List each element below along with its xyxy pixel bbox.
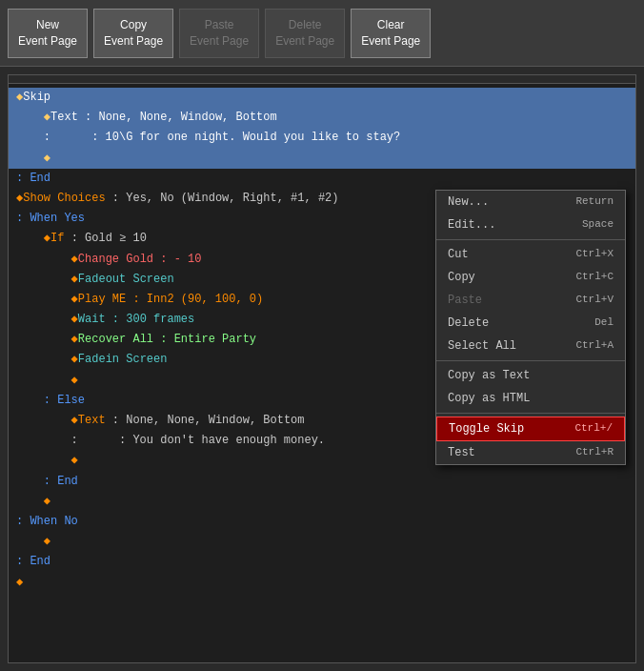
ctx-test-shortcut: Ctrl+R (575, 446, 614, 459)
content-line-2[interactable]: : : 10\G for one night. Would you like t… (9, 128, 635, 148)
ctx-copy[interactable]: CopyCtrl+C (436, 266, 625, 289)
ctx-copy-html-label: Copy as HTML (448, 392, 530, 405)
new-event-button[interactable]: New Event Page (8, 9, 88, 58)
content-line-3[interactable]: ◆ (9, 149, 635, 169)
ctx-test-label: Test (448, 446, 475, 459)
ctx-paste: PasteCtrl+V (436, 289, 625, 312)
ctx-toggle-skip[interactable]: Toggle SkipCtrl+/ (436, 417, 625, 441)
ctx-paste-shortcut: Ctrl+V (575, 294, 614, 307)
ctx-copy-text-label: Copy as Text (448, 369, 530, 382)
ctx-cut-shortcut: Ctrl+X (575, 248, 614, 261)
content-line-19[interactable]: : End (9, 472, 635, 492)
ctx-copy-text[interactable]: Copy as Text (436, 364, 625, 387)
ctx-select-all[interactable]: Select AllCtrl+A (436, 335, 625, 357)
content-line-21[interactable]: : When No (9, 512, 635, 532)
content-line-22[interactable]: ◆ (9, 532, 635, 552)
content-line-0[interactable]: ◆Skip (9, 88, 635, 108)
panel-title (9, 75, 635, 84)
ctx-toggle-skip-label: Toggle Skip (449, 422, 524, 436)
paste-event-button: Paste Event Page (179, 9, 259, 58)
toolbar: New Event PageCopy Event PagePaste Event… (0, 0, 644, 67)
ctx-paste-label: Paste (448, 294, 482, 307)
ctx-new-shortcut: Return (575, 195, 614, 209)
ctx-separator (436, 239, 625, 240)
content-line-1[interactable]: ◆Text : None, None, Window, Bottom (9, 108, 635, 128)
panel: ◆Skip ◆Text : None, None, Window, Bottom… (8, 74, 636, 663)
delete-event-button: Delete Event Page (265, 9, 345, 58)
ctx-new[interactable]: New...Return (436, 191, 625, 214)
ctx-delete-label: Delete (448, 316, 489, 330)
content-line-23[interactable]: : End (9, 552, 635, 572)
ctx-select-all-label: Select All (448, 339, 516, 353)
ctx-edit[interactable]: Edit...Space (436, 214, 625, 236)
content-line-24[interactable]: ◆ (9, 573, 635, 593)
ctx-separator (436, 360, 625, 361)
ctx-test[interactable]: TestCtrl+R (436, 441, 625, 464)
ctx-new-label: New... (448, 195, 489, 209)
ctx-toggle-skip-shortcut: Ctrl+/ (574, 422, 613, 436)
ctx-delete-shortcut: Del (594, 316, 614, 330)
ctx-cut[interactable]: CutCtrl+X (436, 243, 625, 266)
ctx-edit-label: Edit... (448, 218, 495, 232)
ctx-delete[interactable]: DeleteDel (436, 312, 625, 335)
ctx-select-all-shortcut: Ctrl+A (575, 339, 614, 353)
ctx-cut-label: Cut (448, 248, 469, 261)
ctx-separator (436, 413, 625, 414)
ctx-copy-html[interactable]: Copy as HTML (436, 387, 625, 410)
main-area: ◆Skip ◆Text : None, None, Window, Bottom… (0, 67, 644, 671)
ctx-edit-shortcut: Space (582, 218, 614, 232)
clear-event-button[interactable]: Clear Event Page (351, 9, 431, 58)
content-line-20[interactable]: ◆ (9, 492, 635, 512)
ctx-copy-label: Copy (448, 271, 475, 284)
content-line-4[interactable]: : End (9, 169, 635, 189)
context-menu: New...ReturnEdit...SpaceCutCtrl+XCopyCtr… (435, 190, 626, 465)
copy-event-button[interactable]: Copy Event Page (93, 9, 173, 58)
ctx-copy-shortcut: Ctrl+C (575, 271, 614, 284)
